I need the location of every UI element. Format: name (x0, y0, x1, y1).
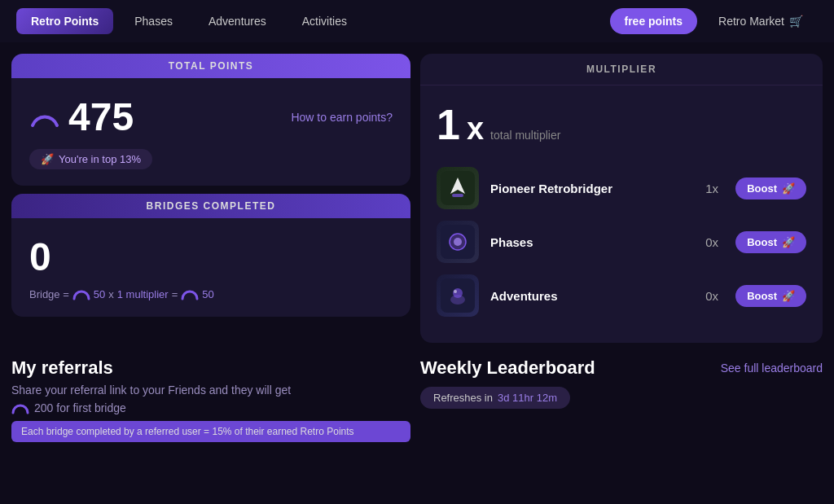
formula-arc-icon-1 (72, 287, 90, 300)
bridges-card: BRIDGES COMPLETED 0 Bridge = 50 x 1 mult… (11, 194, 410, 317)
top-badge-text: You're in top 13% (59, 153, 141, 165)
svg-point-9 (454, 290, 457, 293)
multiplier-card: MULTIPLIER 1 x total multiplier Pioneer … (420, 54, 823, 343)
nav-phases[interactable]: Phases (120, 8, 187, 34)
pioneer-boost-label: Boost (747, 182, 777, 195)
adventures-name: Adventures (490, 289, 688, 303)
total-points-body: 475 How to earn points? 🚀 You're in top … (11, 78, 410, 186)
leaderboard-title: Weekly Leaderboard (420, 357, 595, 379)
bridges-header: BRIDGES COMPLETED (11, 194, 410, 218)
multiplier-total-label: total multiplier (490, 129, 560, 142)
how-to-earn-link[interactable]: How to earn points? (291, 111, 393, 124)
pioneer-boost-button[interactable]: Boost 🚀 (735, 177, 806, 199)
multiplier-header: MULTIPLIER (420, 54, 823, 85)
phases-boost-button[interactable]: Boost 🚀 (735, 231, 806, 253)
referral-reward-text: 200 for first bridge (34, 401, 126, 414)
leaderboard-section: Weekly Leaderboard See full leaderboard … (420, 357, 823, 442)
formula-x: x (108, 288, 114, 300)
pioneer-icon (437, 167, 479, 209)
multiplier-row-phases: Phases 0x Boost 🚀 (437, 221, 806, 263)
svg-point-8 (453, 288, 463, 298)
formula-pts: 50 (94, 288, 105, 300)
formula-prefix: Bridge = (29, 288, 69, 300)
bridge-formula: Bridge = 50 x 1 multiplier = 50 (29, 287, 393, 300)
adventures-boost-rocket-icon: 🚀 (782, 290, 795, 302)
referrals-per-bridge-text: Each bridge completed by a referred user… (11, 421, 410, 442)
multiplier-row-adventures: Adventures 0x Boost 🚀 (437, 274, 806, 317)
points-value: 475 (68, 94, 134, 139)
adventures-boost-label: Boost (747, 290, 777, 302)
refresh-badge: Refreshes in 3d 11hr 12m (420, 387, 570, 409)
top-badge: 🚀 You're in top 13% (29, 149, 152, 169)
rocket-icon: 🚀 (41, 153, 54, 165)
main-content: TOTAL POINTS 475 How to earn points? 🚀 Y… (0, 42, 834, 354)
phases-boost-rocket-icon: 🚀 (782, 236, 795, 248)
multiplier-total: 1 x total multiplier (437, 100, 806, 149)
phases-boost-label: Boost (747, 236, 777, 248)
refresh-time: 3d 11hr 12m (498, 392, 557, 404)
multiplier-body: 1 x total multiplier Pioneer Retrobridge… (420, 85, 823, 343)
formula-equals: = (172, 288, 178, 300)
referrals-section: My referrals Share your referral link to… (11, 357, 410, 442)
pioneer-name: Pioneer Retrobridger (490, 182, 688, 195)
total-points-card: TOTAL POINTS 475 How to earn points? 🚀 Y… (11, 54, 410, 186)
bottom-section: My referrals Share your referral link to… (0, 357, 834, 442)
total-points-header: TOTAL POINTS (11, 54, 410, 78)
adventures-boost-button[interactable]: Boost 🚀 (735, 285, 806, 307)
pioneer-value: 1x (700, 182, 724, 195)
nav-retro-market[interactable]: Retro Market 🛒 (704, 8, 818, 34)
cart-icon: 🛒 (789, 15, 803, 28)
nav-adventures[interactable]: Adventures (194, 8, 281, 34)
bridges-body: 0 Bridge = 50 x 1 multiplier = 50 (11, 218, 410, 317)
phases-icon (437, 221, 479, 263)
formula-result: 50 (202, 288, 213, 300)
points-arc-icon (29, 106, 60, 129)
phases-name: Phases (490, 235, 688, 249)
main-nav: Retro Points Phases Adventures Activitie… (0, 0, 834, 42)
multiplier-number: 1 (437, 100, 460, 149)
multiplier-row-pioneer: Pioneer Retrobridger 1x Boost 🚀 (437, 167, 806, 209)
points-display: 475 (29, 94, 134, 139)
svg-point-5 (454, 238, 462, 246)
svg-rect-2 (452, 194, 463, 197)
adventures-value: 0x (700, 289, 724, 303)
refresh-label: Refreshes in (433, 392, 493, 404)
nav-free-points[interactable]: free points (610, 8, 698, 34)
referrals-description: Share your referral link to your Friends… (11, 383, 410, 397)
points-row: 475 How to earn points? (29, 94, 393, 139)
referrals-reward: 200 for first bridge (11, 401, 410, 414)
boost-rocket-icon: 🚀 (782, 182, 795, 195)
leaderboard-header: Weekly Leaderboard See full leaderboard (420, 357, 823, 379)
see-full-leaderboard-link[interactable]: See full leaderboard (721, 362, 823, 375)
bridges-count: 0 (29, 234, 393, 279)
referral-arc-icon (11, 401, 29, 414)
nav-retro-points[interactable]: Retro Points (16, 8, 113, 34)
phases-value: 0x (700, 235, 724, 249)
multiplier-x-symbol: x (467, 112, 484, 147)
adventures-icon (437, 274, 479, 317)
formula-arc-icon-2 (181, 287, 199, 300)
formula-mult: 1 multiplier (117, 288, 169, 300)
referrals-title: My referrals (11, 357, 410, 379)
nav-activities[interactable]: Activities (288, 8, 362, 34)
left-column: TOTAL POINTS 475 How to earn points? 🚀 Y… (11, 54, 410, 343)
